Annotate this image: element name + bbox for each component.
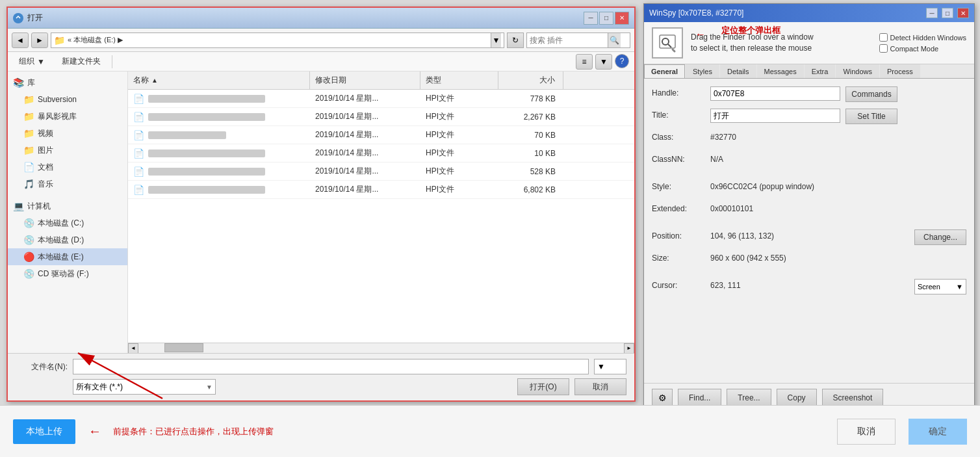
organize-label: 组织	[19, 56, 34, 67]
detect-hidden-label: Detect Hidden Windows	[890, 34, 966, 42]
compact-mode-input[interactable]	[879, 44, 888, 53]
confirm-bottom-button[interactable]: 确定	[909, 419, 967, 445]
table-row[interactable]: 📄 2019/10/14 星期... HPI文件 6,802 KB	[128, 181, 634, 199]
tab-details[interactable]: Details	[720, 64, 756, 78]
col-header-size[interactable]: 大小	[498, 72, 563, 89]
sidebar-item-storm[interactable]: 📁 暴风影视库	[8, 108, 127, 125]
file-type-1: HPI文件	[420, 90, 498, 107]
col-header-date[interactable]: 修改日期	[310, 72, 420, 89]
finder-description: Drag the Finder Tool over a window to se…	[691, 32, 814, 54]
tab-extra[interactable]: Extra	[805, 64, 836, 78]
horizontal-scrollbar[interactable]: ◄ ►	[128, 343, 634, 353]
winspy-minimize-button[interactable]: ─	[926, 8, 938, 18]
table-row[interactable]: 📄 2019/10/14 星期... HPI文件 778 KB	[128, 90, 634, 108]
set-title-button[interactable]: Set Title	[845, 109, 897, 124]
commands-button[interactable]: Commands	[845, 86, 897, 102]
new-folder-button[interactable]: 新建文件夹	[56, 54, 107, 70]
winspy-content: Handle: Commands Title: Set Title Class:…	[644, 79, 974, 383]
cursor-dropdown[interactable]: Screen ▼	[914, 279, 966, 294]
sidebar-item-music[interactable]: 🎵 音乐	[8, 176, 127, 192]
winspy-close-button[interactable]: ✕	[957, 8, 969, 18]
detect-hidden-checkbox[interactable]: Detect Hidden Windows	[879, 33, 966, 42]
sidebar-item-docs[interactable]: 📄 文档	[8, 159, 127, 176]
filename-input[interactable]	[73, 359, 589, 374]
sidebar-item-library[interactable]: 📚 库	[8, 74, 127, 91]
class-value: #32770	[710, 131, 966, 142]
cancel-bottom-button[interactable]: 取消	[837, 419, 896, 445]
search-icon-button[interactable]: 🔍	[608, 33, 621, 47]
file-name-blurred-3	[148, 131, 226, 139]
view-toggle-button[interactable]: ≡	[576, 54, 593, 70]
folder-icon-pictures: 📁	[23, 145, 34, 155]
table-row[interactable]: 📄 2019/10/14 星期... HPI文件 528 KB	[128, 163, 634, 181]
sidebar-item-drive-d[interactable]: 💿 本地磁盘 (D:)	[8, 231, 127, 248]
back-button[interactable]: ◄	[12, 33, 29, 48]
sidebar-label-subversion: Subversion	[38, 95, 77, 104]
scroll-right-button[interactable]: ►	[624, 343, 634, 354]
help-button[interactable]: ?	[615, 54, 629, 68]
sidebar-item-drive-e[interactable]: 🔴 本地磁盘 (E:)	[8, 248, 127, 265]
filetype-dropdown[interactable]: ▼	[594, 359, 626, 374]
screenshot-button[interactable]: Screenshot	[822, 389, 884, 407]
forward-button[interactable]: ►	[31, 33, 48, 48]
sidebar-item-subversion[interactable]: 📁 Subversion	[8, 91, 127, 108]
tab-windows[interactable]: Windows	[836, 64, 879, 78]
file-dialog: 打开 ─ □ ✕ ◄ ► 📁 « 本地磁盘 (E:) ▶ ▼ ↻ 🔍	[6, 7, 636, 402]
organize-button[interactable]: 组织 ▼	[13, 54, 51, 70]
finder-icon[interactable]	[652, 27, 683, 59]
address-dropdown[interactable]: ▼	[491, 33, 501, 47]
all-files-dropdown[interactable]: 所有文件 (*.*) ▼	[73, 379, 216, 395]
gear-button[interactable]: ⚙	[652, 389, 673, 407]
file-size-3: 70 KB	[498, 126, 563, 144]
file-icon-5: 📄	[133, 166, 144, 177]
size-value: 960 x 600 (942 x 555)	[710, 252, 966, 263]
maximize-button[interactable]: □	[599, 12, 613, 25]
table-row[interactable]: 📄 2019/10/14 星期... HPI文件 70 KB	[128, 126, 634, 144]
find-button[interactable]: Find...	[678, 389, 721, 407]
tab-process[interactable]: Process	[880, 64, 920, 78]
col-header-type[interactable]: 类型	[420, 72, 498, 89]
sidebar-label-drive-f: CD 驱动器 (F:)	[38, 268, 89, 280]
file-type-6: HPI文件	[420, 181, 498, 198]
sidebar-item-pictures[interactable]: 📁 图片	[8, 142, 127, 159]
sidebar-label-video: 视频	[38, 128, 53, 139]
size-label: Size:	[652, 252, 710, 263]
scroll-thumb[interactable]	[164, 343, 203, 352]
tab-general[interactable]: General	[644, 64, 685, 78]
svg-point-2	[662, 38, 669, 45]
tab-styles[interactable]: Styles	[686, 64, 719, 78]
winspy-maximize-button[interactable]: □	[942, 8, 953, 18]
search-box: 🔍	[526, 33, 630, 48]
view-dropdown-button[interactable]: ▼	[595, 54, 612, 70]
search-input[interactable]	[530, 36, 608, 45]
compact-mode-checkbox[interactable]: Compact Mode	[879, 44, 966, 53]
upload-button[interactable]: 本地上传	[13, 419, 75, 444]
handle-input[interactable]	[710, 86, 840, 101]
sidebar-item-computer[interactable]: 💻 计算机	[8, 198, 127, 215]
cursor-value: 623, 111	[710, 279, 914, 290]
sidebar-item-video[interactable]: 📁 视频	[8, 125, 127, 142]
file-icon-1: 📄	[133, 94, 144, 104]
change-button[interactable]: Change...	[914, 229, 966, 245]
minimize-button[interactable]: ─	[584, 12, 598, 25]
tab-messages[interactable]: Messages	[757, 64, 804, 78]
open-button[interactable]: 打开(O)	[517, 378, 569, 395]
table-row[interactable]: 📄 2019/10/14 星期... HPI文件 10 KB	[128, 144, 634, 163]
file-date-3: 2019/10/14 星期...	[310, 126, 420, 144]
table-row[interactable]: 📄 2019/10/14 星期... HPI文件 2,267 KB	[128, 108, 634, 126]
detect-hidden-input[interactable]	[879, 33, 888, 42]
sidebar-item-drive-f[interactable]: 💿 CD 驱动器 (F:)	[8, 265, 127, 282]
scroll-left-button[interactable]: ◄	[128, 343, 138, 354]
col-header-name[interactable]: 名称 ▲	[128, 72, 310, 89]
file-size-2: 2,267 KB	[498, 108, 563, 125]
copy-button[interactable]: Copy	[777, 389, 817, 407]
all-files-arrow: ▼	[206, 384, 213, 391]
tree-button[interactable]: Tree...	[727, 389, 771, 407]
close-button[interactable]: ✕	[615, 12, 629, 25]
file-date-1: 2019/10/14 星期...	[310, 90, 420, 107]
title-input[interactable]	[710, 109, 840, 123]
sidebar-item-drive-c[interactable]: 💿 本地磁盘 (C:)	[8, 215, 127, 231]
cancel-button[interactable]: 取消	[574, 378, 626, 395]
extended-value: 0x00010101	[710, 202, 966, 213]
refresh-button[interactable]: ↻	[507, 33, 524, 48]
